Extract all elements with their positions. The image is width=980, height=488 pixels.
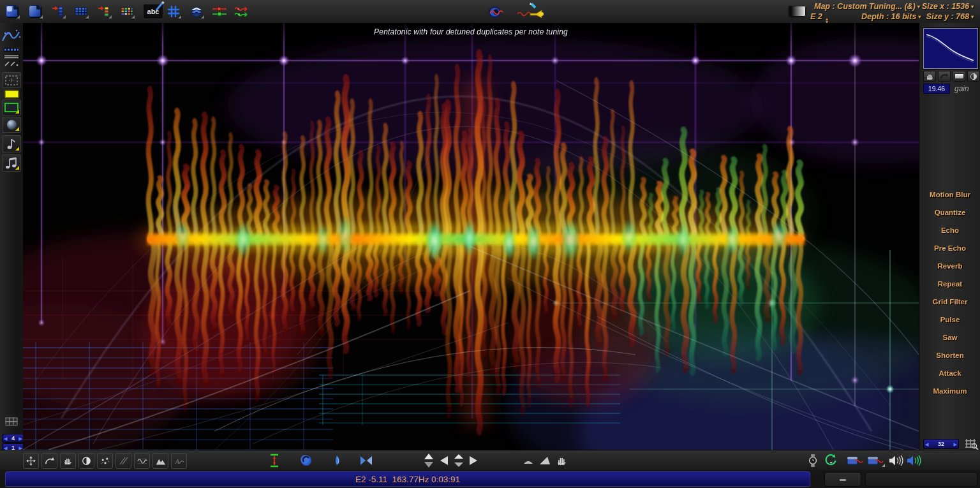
gradient-tool-button[interactable] (953, 71, 965, 82)
mirror-bowtie-icon (359, 455, 373, 466)
effect-button-pre-echo[interactable]: Pre Echo (934, 244, 966, 255)
hand-icon (63, 456, 73, 466)
gain-control: 19.46 gain (923, 84, 969, 94)
score-canvas[interactable]: Pentatonic with four detuned duplicates … (23, 23, 919, 450)
render-audio-button[interactable] (487, 3, 505, 20)
layers-button[interactable] (188, 3, 205, 20)
effect-button-attack[interactable]: Attack (939, 369, 961, 380)
loop-mode-button[interactable] (823, 453, 838, 468)
audio-out-button[interactable] (846, 453, 865, 468)
dropdown-icon: ▾ (917, 4, 920, 10)
rgb-waveform-button[interactable] (234, 3, 251, 20)
effect-button-reverb[interactable]: Reverb (938, 262, 963, 272)
effect-button-repeat[interactable]: Repeat (938, 280, 962, 290)
effect-button-quantize[interactable]: Quantize (935, 209, 966, 219)
effect-button-motion-blur[interactable]: Motion Blur (930, 191, 970, 201)
effect-button-pulse[interactable]: Pulse (940, 316, 960, 326)
effect-button-echo[interactable]: Echo (941, 226, 959, 237)
spinner-left-icon[interactable]: ◀ (4, 436, 7, 441)
collapse-button[interactable] (824, 472, 861, 487)
hand-pan-button[interactable] (60, 453, 76, 469)
hill-large-button[interactable] (537, 453, 553, 468)
mirror-tool-button[interactable] (359, 453, 374, 468)
colored-table-button[interactable] (118, 3, 135, 20)
play-audio-button[interactable] (906, 453, 921, 468)
map-dropdown[interactable]: Map : Custom Tuning... (&)▾ (814, 2, 920, 11)
pan-move-button[interactable] (23, 453, 39, 469)
dotted-line-tool[interactable] (3, 47, 20, 52)
effect-button-saw[interactable]: Saw (942, 334, 957, 344)
sphere-swirl-icon (300, 454, 313, 467)
chord-tool-button[interactable] (2, 154, 21, 172)
dash-stroke-tool[interactable] (3, 61, 20, 66)
size-x-dropdown[interactable]: Size x : 1536▾ (922, 2, 974, 11)
grid-zoom-icon[interactable] (965, 438, 979, 450)
hill-small-button[interactable] (521, 453, 536, 468)
grid-step-spinner[interactable]: ◀ 32 ▶ (923, 439, 959, 449)
grid-toggle-button[interactable] (165, 3, 182, 20)
shear-button[interactable] (115, 453, 131, 469)
effect-button-maximum[interactable]: Maximum (933, 387, 967, 397)
up-down-arrows-icon (423, 453, 434, 468)
hand-drag-button[interactable] (554, 453, 569, 468)
size-y-dropdown[interactable]: Size y : 768▾ (926, 12, 974, 21)
grid-step-controls: ◀ 32 ▶ (923, 438, 979, 450)
small-grid-icon[interactable] (5, 417, 18, 426)
edit-instrument-button[interactable] (516, 3, 544, 20)
effect-button-shorten[interactable]: Shorten (936, 351, 963, 362)
note-selector[interactable]: E 2▲▼ (810, 12, 829, 24)
double-line-tool[interactable] (3, 54, 20, 59)
table-view-button[interactable] (72, 3, 89, 20)
scatter-button[interactable] (97, 453, 113, 469)
droplet-tool-button[interactable] (329, 453, 345, 468)
metronome-button[interactable] (805, 453, 820, 468)
spare-slot-button[interactable] (865, 472, 977, 487)
envelope-tools (923, 71, 980, 82)
gain-value-field[interactable]: 19.46 (923, 84, 950, 94)
text-edit-button[interactable]: abc (141, 3, 165, 20)
mute-button[interactable] (888, 453, 903, 468)
marquee-select-tool[interactable] (2, 72, 21, 88)
grid-step-value: 32 (938, 441, 944, 447)
insert-row-button[interactable] (49, 3, 66, 20)
hand-icon (926, 73, 934, 80)
watch-icon (808, 454, 817, 468)
svg-text:A: A (174, 457, 179, 464)
marker-ibeam-button[interactable] (267, 453, 282, 468)
selection-mode-button[interactable] (2, 100, 21, 115)
spinner-right-icon[interactable]: ▶ (19, 436, 22, 441)
four-way-nudge-button[interactable] (439, 453, 479, 468)
audio-in-button[interactable] (866, 453, 886, 468)
rotate-button[interactable] (41, 453, 57, 469)
insert-colored-row-button[interactable] (95, 3, 112, 20)
brush-shape-button[interactable] (2, 117, 21, 133)
peaks-button[interactable] (152, 453, 168, 469)
dropdown-icon: ▾ (918, 14, 921, 20)
view-tool-group (165, 3, 251, 20)
gradient-bar-icon (954, 73, 964, 79)
yellow-color-swatch[interactable] (5, 91, 19, 98)
note-tool-button[interactable] (2, 135, 21, 152)
redo-arc-icon (940, 73, 949, 80)
effect-button-grid-filter[interactable]: Grid Filter (933, 298, 968, 308)
contrast-button[interactable] (78, 453, 94, 469)
pencil-trumpet-icon (516, 3, 544, 20)
spinner-right-icon[interactable]: ▶ (954, 442, 957, 447)
dropdown-icon: ▾ (971, 4, 974, 10)
redo-curve-button[interactable] (938, 71, 951, 82)
spinner-left-icon[interactable]: ◀ (925, 442, 928, 447)
rgb-sliders-button[interactable] (211, 3, 228, 20)
envelope-preview[interactable] (923, 28, 978, 69)
contrast-tool-button[interactable] (967, 71, 980, 82)
top-toolbar: abc (0, 0, 980, 24)
depth-dropdown[interactable]: Depth : 16 bits▾ (861, 12, 921, 21)
beats-spinner[interactable]: ◀ 4 ▶ (2, 434, 24, 443)
sphere-tool-button[interactable] (299, 453, 314, 468)
vertical-nudge-button[interactable] (421, 453, 436, 468)
hand-tool-button[interactable] (923, 71, 936, 82)
attack-curve-button[interactable]: A (171, 453, 187, 469)
duplicate-score-button[interactable] (26, 3, 43, 20)
smooth-wave-button[interactable] (134, 453, 150, 469)
palette-gradient-button[interactable] (789, 6, 806, 17)
new-score-button[interactable] (3, 3, 20, 20)
